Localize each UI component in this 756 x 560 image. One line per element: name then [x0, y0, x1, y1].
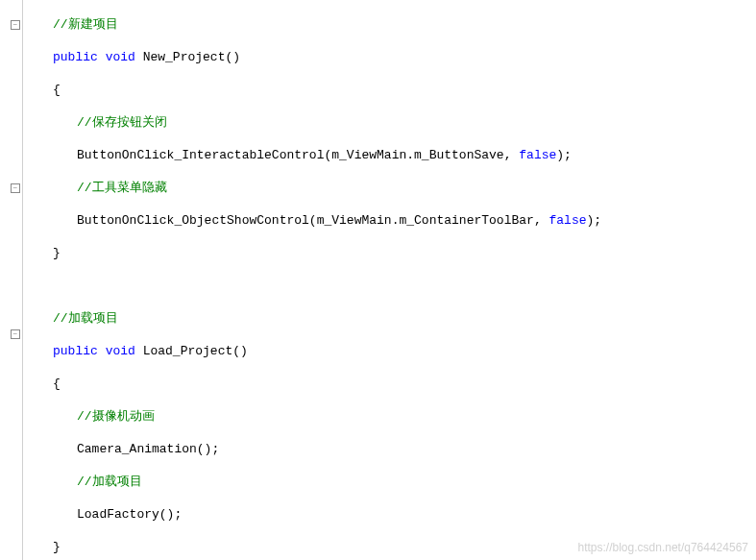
fold-icon[interactable]: − — [11, 20, 20, 30]
code-text: New_Project() — [135, 50, 240, 64]
code-comment: //加载项目 — [53, 311, 118, 326]
code-comment: //工具菜单隐藏 — [77, 181, 167, 195]
fold-icon[interactable]: − — [11, 329, 20, 339]
keyword: public — [53, 50, 98, 64]
editor-gutter: − − − — [0, 0, 23, 560]
code-comment: //保存按钮关闭 — [77, 115, 167, 130]
code-comment: //新建项目 — [53, 17, 118, 32]
code-text: ButtonOnClick_InteractableControl(m_View… — [77, 148, 519, 162]
brace: { — [53, 377, 61, 391]
code-text: Load_Project() — [135, 344, 248, 358]
keyword: public — [53, 344, 98, 358]
code-text — [98, 344, 106, 358]
code-editor[interactable]: //新建项目 public void New_Project() { //保存按… — [29, 0, 756, 560]
brace: } — [53, 540, 61, 554]
brace: } — [53, 246, 61, 260]
code-text — [98, 50, 106, 64]
fold-icon[interactable]: − — [11, 183, 20, 193]
keyword: void — [106, 50, 135, 64]
code-text: LoadFactory(); — [77, 507, 182, 522]
keyword: false — [549, 213, 586, 228]
keyword: void — [106, 344, 135, 358]
watermark-text: https://blog.csdn.net/q764424567 — [578, 541, 748, 554]
code-text: ); — [556, 148, 572, 162]
code-text: ); — [587, 213, 602, 228]
code-comment: //摄像机动画 — [77, 409, 155, 424]
keyword: false — [519, 148, 556, 162]
brace: { — [53, 83, 61, 97]
code-text: ButtonOnClick_ObjectShowControl(m_ViewMa… — [77, 213, 549, 228]
code-comment: //加载项目 — [77, 475, 142, 489]
code-text: Camera_Animation(); — [77, 442, 219, 456]
